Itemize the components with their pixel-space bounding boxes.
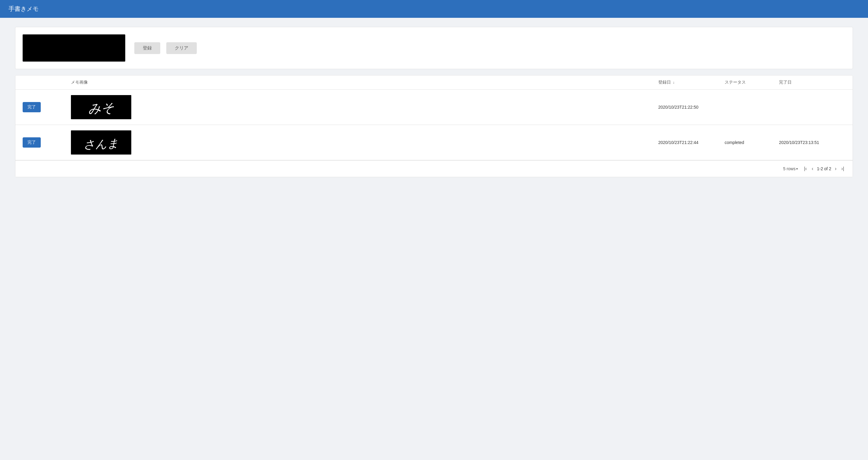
complete-button-2[interactable]: 完了 (23, 137, 41, 148)
page-info: 1-2 of 2 (817, 166, 831, 171)
last-page-button[interactable]: ›| (840, 165, 845, 173)
input-card: 登録 クリア (15, 27, 853, 69)
app-header: 手書きメモ (0, 0, 868, 18)
row-memo-image-2: さんま (71, 130, 658, 155)
column-memo-image: メモ画像 (71, 80, 658, 85)
pagination-controls: |‹ ‹ 1-2 of 2 › ›| (803, 165, 845, 173)
memo-svg-2: さんま (71, 130, 131, 155)
svg-text:さんま: さんま (83, 137, 119, 151)
sort-icon: ↓ (673, 80, 675, 85)
column-action (23, 80, 71, 85)
row-memo-image-1: みそ (71, 95, 658, 119)
row-status-2: completed (725, 140, 779, 145)
row-date-2: 2020/10/23T21:22:44 (658, 140, 725, 145)
table-footer: 5 rows ▾ |‹ ‹ 1-2 of 2 › ›| (16, 160, 852, 177)
rows-select-wrapper[interactable]: 5 rows ▾ (783, 166, 798, 171)
rows-label: 5 rows (783, 166, 796, 171)
column-status: ステータス (725, 80, 779, 85)
column-registered-date[interactable]: 登録日 ↓ (658, 80, 725, 85)
main-content: 登録 クリア メモ画像 登録日 ↓ ステータス 完了日 (0, 18, 868, 186)
memo-image-1: みそ (71, 95, 131, 119)
row-date-1: 2020/10/23T21:22:50 (658, 105, 725, 110)
next-page-button[interactable]: › (834, 165, 838, 173)
button-group: 登録 クリア (134, 42, 197, 54)
table-header: メモ画像 登録日 ↓ ステータス 完了日 (16, 75, 852, 90)
column-completed-date: 完了日 (779, 80, 845, 85)
svg-text:みそ: みそ (88, 101, 114, 116)
input-area: 登録 クリア (23, 34, 845, 62)
table-card: メモ画像 登録日 ↓ ステータス 完了日 完了 (15, 75, 853, 177)
memo-image-2: さんま (71, 130, 131, 155)
first-page-button[interactable]: |‹ (803, 165, 808, 173)
rows-per-page: 5 rows ▾ (783, 166, 798, 171)
drawing-canvas[interactable] (23, 34, 125, 62)
prev-page-button[interactable]: ‹ (810, 165, 814, 173)
complete-button-1[interactable]: 完了 (23, 102, 41, 112)
row-completed-date-2: 2020/10/23T23:13:51 (779, 140, 845, 145)
table-row: 完了 さんま 2020/10/23T21:22:44 completed 202… (16, 125, 852, 160)
rows-dropdown-icon: ▾ (796, 167, 798, 171)
table-row: 完了 みそ 2020/10/23T21:22:50 (16, 90, 852, 125)
clear-button[interactable]: クリア (166, 42, 197, 54)
row-action-2: 完了 (23, 137, 71, 148)
memo-svg-1: みそ (71, 95, 131, 119)
register-button[interactable]: 登録 (134, 42, 160, 54)
app-title: 手書きメモ (8, 5, 39, 12)
row-action-1: 完了 (23, 102, 71, 112)
